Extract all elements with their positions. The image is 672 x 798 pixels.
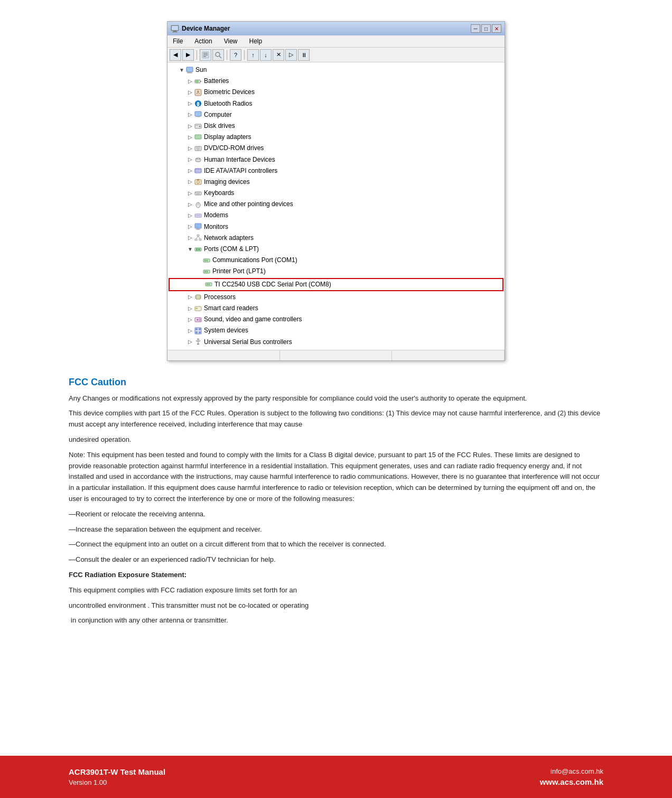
svg-line-9 xyxy=(219,56,221,58)
tree-item-bluetooth[interactable]: ▷ Bluetooth Radios xyxy=(167,98,505,109)
bluetooth-label: Bluetooth Radios xyxy=(204,99,252,109)
svg-point-94 xyxy=(196,340,197,341)
tree-item-biometric[interactable]: ▷ Biometric Devices xyxy=(167,87,505,98)
ports-icon xyxy=(194,245,202,254)
tree-item-com1[interactable]: ▷ Communications Port (COM1) xyxy=(167,255,505,266)
dvd-icon xyxy=(194,144,202,153)
menu-file[interactable]: File xyxy=(170,36,186,46)
root-label: Sun xyxy=(195,65,207,75)
tree-item-processors[interactable]: ▷ Processors xyxy=(167,292,505,303)
biometric-label: Biometric Devices xyxy=(204,87,255,97)
titlebar-left: Device Manager xyxy=(171,24,230,33)
svg-rect-39 xyxy=(197,179,199,180)
modems-expand-icon: ▷ xyxy=(186,212,194,219)
tree-item-lpt1[interactable]: ▷ Printer Port (LPT1) xyxy=(167,266,505,277)
tree-item-batteries[interactable]: ▷ Batteries xyxy=(167,76,505,87)
mice-expand-icon: ▷ xyxy=(186,201,194,208)
network-label: Network adapters xyxy=(204,233,254,243)
tree-item-computer[interactable]: ▷ Computer xyxy=(167,109,505,120)
batteries-label: Batteries xyxy=(204,76,229,86)
svg-rect-21 xyxy=(195,112,201,116)
enable-button[interactable]: ▷ xyxy=(285,49,297,61)
device-manager-window: Device Manager ─ □ ✕ File Action View He… xyxy=(167,21,505,361)
biometric-icon xyxy=(194,88,202,97)
svg-rect-73 xyxy=(207,284,208,285)
svg-rect-80 xyxy=(200,296,201,296)
sound-label: Sound, video and game controllers xyxy=(204,314,302,324)
maximize-button[interactable]: □ xyxy=(481,24,491,33)
tree-root[interactable]: ▼ Sun xyxy=(167,64,505,76)
smartcard-icon xyxy=(194,304,202,313)
ports-label: Ports (COM & LPT) xyxy=(204,244,259,254)
fcc-bullet3: —Connect the equipment into an outlet on… xyxy=(69,539,603,550)
svg-rect-66 xyxy=(206,259,207,261)
tree-item-ide[interactable]: ▷ IDE ATA/ATAPI controllers xyxy=(167,165,505,177)
close-button[interactable]: ✕ xyxy=(492,24,501,33)
properties-button[interactable] xyxy=(200,49,211,61)
svg-rect-41 xyxy=(195,192,197,193)
ports-expand-icon: ▼ xyxy=(186,246,194,253)
svg-point-24 xyxy=(199,125,201,127)
svg-rect-5 xyxy=(203,53,208,54)
tree-item-diskdrives[interactable]: ▷ Disk drives xyxy=(167,120,505,132)
disable-button[interactable]: ⏸ xyxy=(298,49,310,61)
help-toolbar-button[interactable]: ? xyxy=(230,49,241,61)
tree-item-keyboards[interactable]: ▷ Keyboards xyxy=(167,188,505,199)
tree-item-network[interactable]: ▷ Network adapters xyxy=(167,233,505,244)
diskdrives-label: Disk drives xyxy=(204,121,235,131)
monitors-icon xyxy=(194,222,202,231)
monitors-expand-icon: ▷ xyxy=(186,223,194,230)
ide-expand-icon: ▷ xyxy=(186,167,194,174)
svg-point-49 xyxy=(198,215,199,216)
uninstall-button[interactable]: ✕ xyxy=(273,49,284,61)
svg-rect-67 xyxy=(207,259,208,261)
tree-item-mice[interactable]: ▷ Mice and other pointing devices xyxy=(167,199,505,210)
tree-item-smartcard[interactable]: ▷ Smart card readers xyxy=(167,303,505,314)
update-button[interactable]: ↑ xyxy=(247,49,259,61)
fcc-para1: Any Changes or modifications not express… xyxy=(69,393,603,404)
tree-item-modems[interactable]: ▷ Modems xyxy=(167,210,505,221)
ticc2540-label: TI CC2540 USB CDC Serial Port (COM8) xyxy=(214,280,331,290)
menu-help[interactable]: Help xyxy=(246,36,266,46)
scan-button[interactable] xyxy=(212,49,224,61)
svg-point-50 xyxy=(199,215,200,216)
processors-label: Processors xyxy=(204,292,236,302)
tree-item-ticc2540[interactable]: ▷ TI CC2540 USB CDC Serial Port (COM8) xyxy=(169,278,503,291)
bluetooth-expand-icon: ▷ xyxy=(186,100,194,107)
usb-expand-icon: ▷ xyxy=(186,338,194,346)
svg-rect-11 xyxy=(187,68,192,71)
sound-icon xyxy=(194,316,202,324)
svg-rect-36 xyxy=(195,171,201,172)
svg-rect-2 xyxy=(173,31,176,32)
minimize-button[interactable]: ─ xyxy=(471,24,480,33)
toolbar: ◀ ▶ ? ↑ ↓ ✕ ▷ ⏸ xyxy=(167,48,505,62)
tree-item-usb[interactable]: ▷ Universal Serial Bus controllers xyxy=(167,337,505,348)
fcc-para4: Note: This equipment has been tested and… xyxy=(69,450,603,505)
svg-rect-90 xyxy=(199,328,201,330)
batteries-icon xyxy=(194,77,202,86)
ticc2540-icon xyxy=(204,280,213,289)
footer-left: ACR3901T-W Test Manual Version 1.00 xyxy=(69,767,165,786)
tree-item-imaging[interactable]: ▷ Imaging devices xyxy=(167,177,505,188)
tree-item-system[interactable]: ▷ System devices xyxy=(167,325,505,336)
svg-rect-31 xyxy=(195,158,201,162)
system-label: System devices xyxy=(204,326,248,336)
tree-item-ports[interactable]: ▼ Ports (COM & LPT) xyxy=(167,244,505,255)
tree-item-hid[interactable]: ▷ Human Interface Devices xyxy=(167,154,505,165)
tree-item-display[interactable]: ▷ Display adapters xyxy=(167,132,505,143)
menu-action[interactable]: Action xyxy=(191,36,215,46)
rollback-button[interactable]: ↓ xyxy=(260,49,272,61)
tree-item-sound[interactable]: ▷ Sound, video and game controllers xyxy=(167,314,505,325)
usb-icon xyxy=(194,338,202,346)
tree-item-monitors[interactable]: ▷ Monitors xyxy=(167,221,505,233)
tree-item-dvd[interactable]: ▷ DVD/CD-ROM drives xyxy=(167,143,505,154)
back-button[interactable]: ◀ xyxy=(170,49,181,61)
menu-view[interactable]: View xyxy=(221,36,241,46)
forward-button[interactable]: ▶ xyxy=(182,49,194,61)
fcc-bullet4: —Consult the dealer or an experienced ra… xyxy=(69,554,603,565)
com1-label: Communications Port (COM1) xyxy=(212,255,297,265)
svg-rect-71 xyxy=(207,271,208,272)
svg-rect-22 xyxy=(197,116,200,117)
fcc-para3: undesired operation. xyxy=(69,434,603,446)
svg-rect-44 xyxy=(196,193,200,194)
